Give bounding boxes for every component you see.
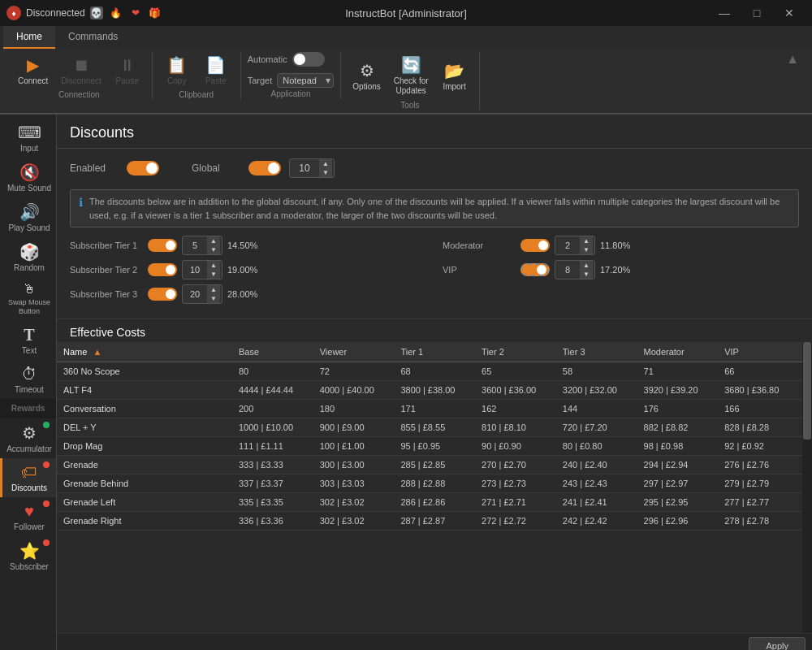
- sidebar-item-accumulator[interactable]: ⚙ Accumulator: [0, 418, 56, 458]
- table-header-row: Name ▲ Base Viewer Tier 1 Tier 2 Tier 3 …: [57, 342, 812, 362]
- cell-tier1: 285 | £2.85: [394, 456, 475, 474]
- tier3-increment[interactable]: ▲: [207, 285, 220, 294]
- moderator-toggle[interactable]: [520, 239, 550, 252]
- sidebar-item-text[interactable]: T Text: [0, 321, 56, 360]
- cell-tier1: 855 | £8.55: [394, 418, 475, 437]
- table-row: Grenade Right336 | £3.36302 | £3.02287 |…: [57, 512, 812, 531]
- cell-vip: 276 | £2.76: [718, 456, 799, 474]
- tier1-increment[interactable]: ▲: [207, 236, 220, 245]
- gift-icon: 🎁: [149, 6, 162, 20]
- global-increment[interactable]: ▲: [319, 159, 332, 168]
- moderator-value-input[interactable]: [555, 240, 580, 251]
- target-select[interactable]: Notepad: [277, 73, 334, 88]
- tier3-toggle[interactable]: [148, 288, 177, 301]
- ribbon-collapse-button[interactable]: ▲: [786, 52, 806, 67]
- effective-costs-table: Name ▲ Base Viewer Tier 1 Tier 2 Tier 3 …: [57, 342, 812, 531]
- cell-base: 200: [232, 400, 313, 418]
- cell-name: DEL + Y: [57, 418, 232, 437]
- copy-button[interactable]: 📋 Copy: [159, 52, 195, 89]
- sidebar-item-play-sound[interactable]: 🔊 Play Sound: [0, 197, 56, 237]
- pause-icon: ⏸: [119, 56, 136, 75]
- cell-viewer: 4000 | £40.00: [313, 381, 395, 400]
- tier-rows-container: Subscriber Tier 1 ▲ ▼ 14.50% Subscribe: [70, 236, 799, 309]
- cell-tier3: 720 | £7.20: [556, 418, 637, 437]
- sidebar-item-timeout[interactable]: ⏱ Timeout: [0, 360, 56, 399]
- disconnect-button[interactable]: ⏹ Disconnect: [56, 53, 106, 89]
- scrollbar-thumb[interactable]: [803, 342, 811, 440]
- sidebar-item-mute-sound[interactable]: 🔇 Mute Sound: [0, 158, 56, 197]
- moderator-increment[interactable]: ▲: [580, 236, 593, 245]
- ribbon-group-clipboard: 📋 Copy 📄 Paste Clipboard: [153, 52, 241, 99]
- automatic-toggle[interactable]: [292, 52, 325, 67]
- sidebar-item-random[interactable]: 🎲 Random: [0, 237, 56, 277]
- maximize-button[interactable]: □: [741, 0, 773, 26]
- cell-moderator: 296 | £2.96: [637, 512, 719, 531]
- tier2-decrement[interactable]: ▼: [207, 270, 220, 279]
- enabled-toggle[interactable]: [127, 161, 159, 176]
- table-scrollbar[interactable]: [802, 342, 812, 633]
- tier1-toggle[interactable]: [148, 239, 177, 252]
- sidebar-item-follower[interactable]: ♥ Follower: [0, 497, 56, 536]
- tier1-value-input[interactable]: [183, 240, 207, 251]
- cell-moderator: 297 | £2.97: [637, 474, 719, 493]
- global-toggle[interactable]: [248, 161, 281, 176]
- sidebar-item-swap-mouse[interactable]: 🖱 Swap Mouse Button: [0, 277, 56, 321]
- cell-base: 1000 | £10.00: [232, 418, 313, 437]
- check-updates-button[interactable]: 🔄 Check forUpdates: [389, 52, 434, 99]
- cell-name: 360 No Scope: [57, 362, 232, 381]
- cell-base: 335 | £3.35: [232, 493, 313, 512]
- sidebar: ⌨ Input 🔇 Mute Sound 🔊 Play Sound 🎲 Rand…: [0, 115, 57, 650]
- paste-button[interactable]: 📄 Paste: [198, 52, 234, 89]
- text-icon: T: [24, 326, 34, 344]
- moderator-decrement[interactable]: ▼: [580, 245, 593, 254]
- tier3-value-input[interactable]: [183, 288, 207, 300]
- tier2-spinbox: ▲ ▼: [182, 260, 222, 280]
- tab-commands[interactable]: Commands: [55, 26, 131, 49]
- info-box: ℹ The discounts below are in addition to…: [70, 189, 799, 228]
- connect-icon: ▶: [27, 55, 39, 75]
- vip-value-input[interactable]: [555, 264, 580, 275]
- tier1-decrement[interactable]: ▼: [207, 245, 220, 254]
- cell-name: Drop Mag: [57, 437, 232, 456]
- sidebar-item-subscriber[interactable]: ⭐ Subscriber: [0, 536, 56, 576]
- close-button[interactable]: ✕: [773, 0, 806, 26]
- refresh-icon: 🔄: [401, 55, 421, 75]
- tier3-decrement[interactable]: ▼: [207, 294, 220, 303]
- tier1-spinbox: ▲ ▼: [182, 236, 222, 255]
- connect-button[interactable]: ▶ Connect: [13, 52, 53, 89]
- tier2-increment[interactable]: ▲: [207, 261, 220, 270]
- moderator-vip-column: Moderator ▲ ▼ 11.80% VIP: [443, 236, 799, 309]
- sidebar-item-discounts[interactable]: 🏷 Discounts: [0, 458, 56, 497]
- cell-tier3: 144: [556, 400, 637, 418]
- minimize-button[interactable]: —: [708, 0, 741, 26]
- cell-base: 4444 | £44.44: [232, 381, 313, 400]
- tab-home[interactable]: Home: [3, 26, 55, 49]
- cell-tier3: 3200 | £32.00: [556, 381, 637, 400]
- vip-toggle[interactable]: [520, 263, 550, 276]
- import-button[interactable]: 📂 Import: [437, 58, 473, 94]
- content-area: Discounts Enabled Global ▲ ▼: [57, 115, 812, 650]
- global-value-input[interactable]: [290, 161, 319, 176]
- table-row: Grenade Left335 | £3.35302 | £3.02286 | …: [57, 493, 812, 512]
- tier2-value-input[interactable]: [183, 264, 207, 275]
- follower-badge: [43, 500, 50, 507]
- table-row: DEL + Y1000 | £10.00900 | £9.00855 | £8.…: [57, 418, 812, 437]
- options-button[interactable]: ⚙ Options: [348, 58, 385, 94]
- clipboard-buttons: 📋 Copy 📄 Paste: [159, 52, 234, 89]
- tier2-toggle[interactable]: [148, 263, 177, 276]
- vip-increment[interactable]: ▲: [580, 261, 593, 270]
- pause-button[interactable]: ⏸ Pause: [110, 53, 145, 89]
- rewards-divider: Rewards: [0, 399, 56, 418]
- vip-decrement[interactable]: ▼: [580, 270, 593, 279]
- apply-button[interactable]: Apply: [749, 637, 806, 650]
- sidebar-item-input[interactable]: ⌨ Input: [0, 118, 56, 158]
- cell-tier3: 58: [556, 362, 637, 381]
- import-icon: 📂: [444, 61, 464, 80]
- cell-tier3: 240 | £2.40: [556, 456, 637, 474]
- col-name[interactable]: Name ▲: [57, 342, 232, 362]
- cell-tier1: 171: [394, 400, 475, 418]
- table-row: Grenade Behind337 | £3.37303 | £3.03288 …: [57, 474, 812, 493]
- cell-tier2: 162: [475, 400, 556, 418]
- content-header: Discounts: [57, 115, 812, 149]
- global-decrement[interactable]: ▼: [319, 168, 332, 177]
